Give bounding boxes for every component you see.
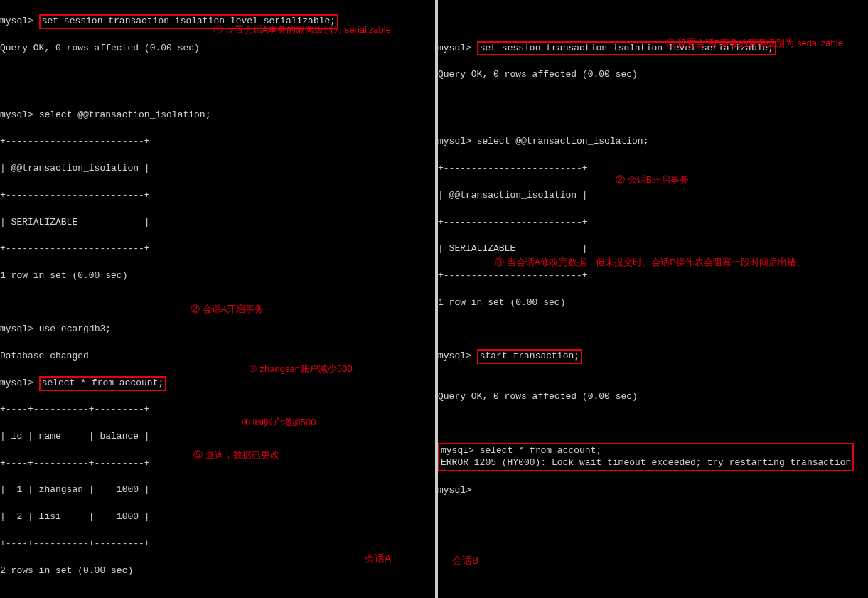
table-row: | 1 | zhangsan | 1000 | (0, 484, 435, 497)
annotation-4a: ④ lisi账户增加500 (242, 416, 316, 429)
result-line: 1 row in set (0.00 sec) (0, 269, 435, 283)
session-label-b: 会话B (452, 553, 478, 567)
terminal-session-b[interactable]: mysql> set session transaction isolation… (438, 0, 865, 598)
annotation-1a: ① 设置会话A事务的隔离级别为 serializable (213, 23, 391, 37)
table-border: +-------------------------+ (0, 242, 435, 256)
mysql-prompt: mysql> (438, 485, 471, 496)
table-border: +-------------------------+ (438, 269, 865, 283)
cmd-start-tx-b: start transaction; (477, 349, 582, 364)
mysql-prompt: mysql> (438, 43, 471, 53)
cmd-select-account-1: select * from account; (39, 376, 167, 391)
table-header: | @@transaction_isolation | (0, 162, 435, 176)
mysql-prompt: mysql> (0, 110, 33, 120)
error-block-b: mysql> select * from account; ERROR 1205… (438, 443, 854, 471)
mysql-prompt: mysql> (0, 378, 33, 388)
table-border: +----+----------+---------+ (0, 403, 435, 417)
table-row: | SERIALIZABLE | (0, 216, 435, 230)
annotation-3a: ③ zhangsan账户减少500 (249, 363, 353, 376)
annotation-2b: ② 会话B开启事务 (616, 173, 689, 187)
table-border: +----+----------+---------+ (0, 538, 435, 551)
table-row: | SERIALIZABLE | (438, 242, 865, 256)
table-border: +-------------------------+ (0, 189, 435, 203)
result-line: Database changed (0, 350, 435, 363)
table-border: +-------------------------+ (438, 216, 865, 230)
annotation-1b: ① 设置会话B事务的隔离级别为 serializable (665, 37, 843, 50)
annotation-2a: ② 会话A开启事务 (191, 303, 264, 316)
result-line: Query OK, 0 rows affected (0.00 sec) (438, 390, 865, 404)
annotation-3b: ③ 当会话A修改完数据，但未提交时。会话B操作表会阻塞一段时间后出错。 (495, 256, 805, 269)
mysql-prompt: mysql> (0, 324, 33, 334)
mysql-prompt: mysql> (0, 16, 33, 26)
cmd-select-iso-b: select @@transaction_isolation; (477, 136, 649, 146)
mysql-prompt: mysql> (438, 351, 471, 361)
cmd-select-iso: select @@transaction_isolation; (39, 110, 211, 120)
cmd-use-db: use ecargdb3; (39, 324, 111, 334)
table-border: +-------------------------+ (0, 135, 435, 149)
result-line: Query OK, 0 rows affected (0.00 sec) (438, 68, 865, 82)
result-line: 2 rows in set (0.00 sec) (0, 565, 435, 578)
mysql-prompt: mysql> (438, 136, 471, 146)
session-label-a: 会话A (365, 551, 391, 565)
result-line: 1 row in set (0.00 sec) (438, 297, 865, 310)
result-line: Query OK, 0 rows affected (0.00 sec) (0, 42, 435, 55)
annotation-5a: ⑤ 查询，数据已更改 (193, 449, 279, 462)
terminal-session-a[interactable]: mysql> set session transaction isolation… (0, 0, 438, 598)
table-header: | @@transaction_isolation | (438, 189, 865, 203)
table-header: | id | name | balance | (0, 430, 435, 444)
table-row: | 2 | lisi | 1000 | (0, 511, 435, 524)
